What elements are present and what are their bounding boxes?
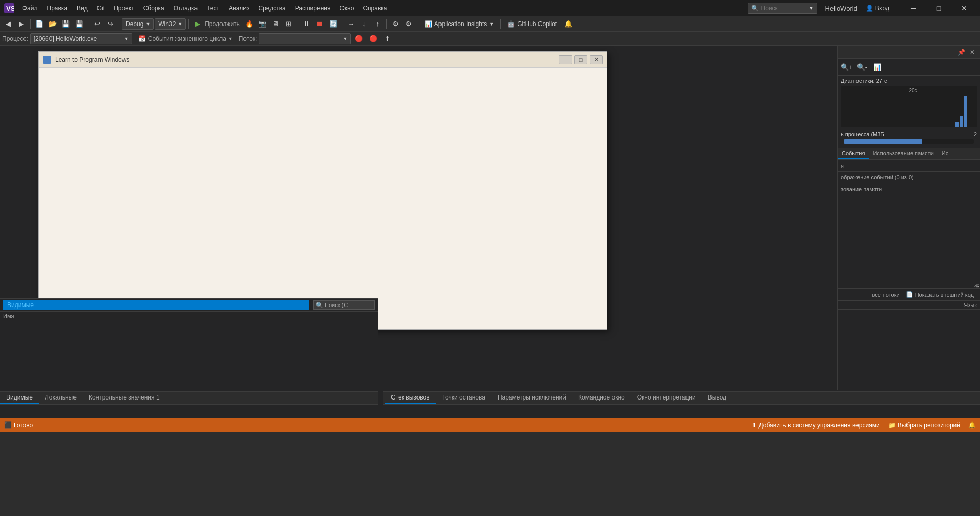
forward-button[interactable]: ▶ [15, 18, 28, 30]
menu-extensions[interactable]: Расширения [291, 3, 335, 14]
step-out-button[interactable]: ↑ [372, 18, 384, 30]
save-all-button[interactable]: 💾 [73, 18, 85, 30]
lifecycle-events-button[interactable]: 📅 События жизненного цикла ▼ [134, 33, 237, 44]
step-over-button[interactable]: → [345, 18, 357, 30]
col-lang-header: Язык [964, 302, 977, 308]
debug-settings-button[interactable]: ⚙ [389, 18, 402, 30]
add-vcs-label: Добавить в систему управления версиями [759, 421, 880, 429]
search-input[interactable] [761, 5, 807, 12]
app-maximize-button[interactable]: □ [574, 55, 587, 64]
search-box[interactable]: 🔍 ▼ [748, 3, 817, 14]
tab-visible[interactable]: Видимые [0, 392, 39, 404]
col-name-header: Имя [3, 313, 375, 319]
menu-test[interactable]: Тест [203, 3, 224, 14]
debug-settings2-button[interactable]: ⚙ [403, 18, 415, 30]
stream-dropdown[interactable]: ▼ [259, 33, 351, 44]
back-button[interactable]: ◀ [2, 18, 14, 30]
tab-interpret[interactable]: Окно интерпретации [631, 392, 702, 404]
platform-label: Win32 [158, 20, 176, 28]
toolbar1: ◀ ▶ 📄 📂 💾 💾 ↩ ↪ Debug ▼ Win32 ▼ ▶ Продол… [0, 16, 980, 32]
app-window-controls: ─ □ ✕ [559, 55, 603, 64]
diag-zoom-out[interactable]: 🔍- [856, 61, 868, 73]
close-button[interactable]: ✕ [952, 0, 976, 16]
process-dropdown-arrow: ▼ [124, 36, 129, 41]
menu-edit[interactable]: Правка [43, 3, 72, 14]
locals-search[interactable]: 🔍 Поиск (С [313, 300, 375, 310]
menu-project[interactable]: Проект [110, 3, 138, 14]
debug-config-dropdown[interactable]: Debug ▼ [122, 18, 154, 30]
show-external-button[interactable]: 📄 Показать внешний код [903, 290, 977, 299]
process-dropdown[interactable]: [20660] HelloWorld.exe ▼ [30, 33, 132, 44]
show-external-label: Показать внешний код [915, 292, 974, 298]
tab-command[interactable]: Командное окно [572, 392, 631, 404]
open-button[interactable]: 📂 [46, 18, 59, 30]
menu-analyze[interactable]: Анализ [225, 3, 254, 14]
diag-chart-btn[interactable]: 📊 [871, 61, 884, 73]
stream-arrow: ▼ [342, 36, 347, 41]
tab-output[interactable]: Вывод [702, 392, 732, 404]
diag-filter-label: я [841, 162, 844, 169]
pause-button[interactable]: ⏸ [301, 18, 313, 30]
tab-exceptions[interactable]: Параметры исключений [492, 392, 572, 404]
select-repo-button[interactable]: 📁 Выбрать репозиторий [888, 421, 960, 429]
breakpoint-btn1[interactable]: 🔴 [353, 33, 365, 45]
diag-memory-bar [844, 139, 974, 144]
locals-header: Видимые 🔍 Поиск (С [0, 299, 378, 312]
menu-help[interactable]: Справка [359, 3, 391, 14]
all-threads-button[interactable]: все потоки [869, 291, 902, 299]
bottom-tabs-right: Стек вызовов Точки останова Параметры ис… [383, 391, 980, 405]
menu-window[interactable]: Окно [335, 3, 358, 14]
tab-watch1[interactable]: Контрольные значения 1 [83, 392, 166, 404]
github-copilot-button[interactable]: 🤖 GitHub Copilot [503, 19, 561, 29]
step-into-button[interactable]: ↓ [358, 18, 371, 30]
chart-bar-2 [960, 116, 963, 127]
notifications-status[interactable]: 🔔 [968, 421, 976, 429]
diag-pin-button[interactable]: 📌 [957, 48, 966, 57]
menu-debug[interactable]: Отладка [169, 3, 202, 14]
menu-git[interactable]: Git [93, 3, 109, 14]
diag-tab-memory[interactable]: Использование памяти [869, 148, 937, 159]
tab-locals[interactable]: Локальные [39, 392, 83, 404]
lifecycle-arrow: ▼ [228, 36, 233, 41]
app-window-title: Learn to Program Windows [55, 56, 555, 63]
restart-button[interactable]: 🔄 [327, 18, 339, 30]
app-minimize-button[interactable]: ─ [559, 55, 572, 64]
app-close-button[interactable]: ✕ [590, 55, 603, 64]
diag-zoom-in[interactable]: 🔍+ [841, 61, 853, 73]
new-file-button[interactable]: 📄 [33, 18, 45, 30]
search-dropdown-icon: ▼ [809, 6, 814, 11]
redo-button[interactable]: ↪ [104, 18, 116, 30]
camera-button[interactable]: 📷 [256, 18, 268, 30]
undo-button[interactable]: ↩ [91, 18, 103, 30]
add-vcs-button[interactable]: ⬆ Добавить в систему управления версиями [752, 421, 880, 429]
app-window[interactable]: Learn to Program Windows ─ □ ✕ [38, 51, 607, 330]
tab-call-stack[interactable]: Стек вызовов [385, 392, 436, 404]
tab-breakpoints[interactable]: Точки останова [436, 392, 492, 404]
diag-events-section: ображение событий (0 из 0) [838, 172, 980, 183]
app-window-titlebar: Learn to Program Windows ─ □ ✕ [39, 52, 607, 68]
platform-dropdown[interactable]: Win32 ▼ [155, 18, 186, 30]
app-insights-button[interactable]: 📊 Application Insights ▼ [421, 19, 498, 29]
save-button[interactable]: 💾 [60, 18, 72, 30]
minimize-button[interactable]: ─ [901, 0, 925, 16]
diag-mem-usage-label: зование памяти [841, 186, 882, 192]
notifications-button[interactable]: 🔔 [562, 18, 574, 30]
menu-file[interactable]: Файл [18, 3, 42, 14]
menu-view[interactable]: Вид [72, 3, 92, 14]
export-btn[interactable]: ⬆ [381, 33, 394, 45]
process-label: Процесс: [2, 35, 28, 42]
stop-button[interactable]: ⏹ [314, 18, 326, 30]
layout-button[interactable]: ⊞ [283, 18, 295, 30]
sign-in-button[interactable]: 👤 Вход [862, 4, 893, 13]
fire-button[interactable]: 🔥 [243, 18, 255, 30]
monitor-button[interactable]: 🖥 [270, 18, 282, 30]
maximize-button[interactable]: □ [927, 0, 950, 16]
menu-tools[interactable]: Средства [255, 3, 290, 14]
up-arrow-icon: ⬆ [752, 421, 757, 429]
breakpoint-btn2[interactable]: 🔴 [367, 33, 379, 45]
locals-search-icon: 🔍 [316, 302, 323, 309]
diag-tab-more[interactable]: Ис [938, 148, 952, 159]
diag-tab-events[interactable]: События [838, 148, 869, 159]
continue-button[interactable]: ▶ [191, 18, 204, 30]
menu-build[interactable]: Сборка [139, 3, 168, 14]
